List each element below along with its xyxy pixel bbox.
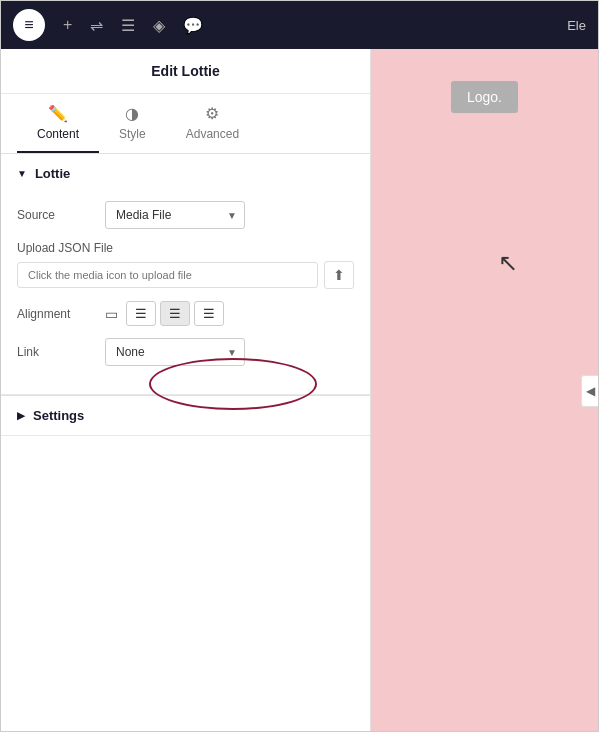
source-select[interactable]: Media File External URL [105, 201, 245, 229]
pages-icon[interactable]: ☰ [121, 16, 135, 35]
lottie-section-header[interactable]: ▼ Lottie [1, 154, 370, 193]
source-row: Source Media File External URL ▼ [17, 201, 354, 229]
collapse-panel-button[interactable]: ◀ [581, 375, 599, 407]
settings-section-title: Settings [33, 408, 84, 423]
elementor-logo[interactable]: ≡ [13, 9, 45, 41]
style-tab-label: Style [119, 127, 146, 141]
link-row: Link None URL File ▼ [17, 338, 354, 366]
collapse-icon: ◀ [586, 384, 595, 398]
tab-style[interactable]: ◑ Style [99, 94, 166, 153]
customize-icon[interactable]: ⇌ [90, 16, 103, 35]
alignment-label: Alignment [17, 307, 97, 321]
settings-section: ▶ Settings [1, 395, 370, 436]
alignment-controls: ☰ ☰ ☰ [126, 301, 224, 326]
panel-content: ▼ Lottie Source Media File External URL [1, 154, 370, 732]
lottie-section-body: Source Media File External URL ▼ [1, 193, 370, 394]
content-tab-label: Content [37, 127, 79, 141]
panel-title: Edit Lottie [1, 49, 370, 94]
top-bar-right-text: Ele [567, 18, 586, 33]
style-tab-icon: ◑ [125, 104, 139, 123]
layers-icon[interactable]: ◈ [153, 16, 165, 35]
link-select-wrapper: None URL File ▼ [105, 338, 245, 366]
upload-json-label: Upload JSON File [17, 241, 354, 255]
top-bar: ≡ + ⇌ ☰ ◈ 💬 Ele [1, 1, 598, 49]
settings-arrow-icon: ▶ [17, 410, 25, 421]
lottie-section: ▼ Lottie Source Media File External URL [1, 154, 370, 395]
upload-json-input[interactable] [17, 262, 318, 288]
comments-icon[interactable]: 💬 [183, 16, 203, 35]
tab-advanced[interactable]: ⚙ Advanced [166, 94, 259, 153]
right-panel: Logo. ↖ ◀ [371, 49, 598, 732]
settings-section-header[interactable]: ▶ Settings [1, 396, 370, 435]
content-tab-icon: ✏️ [48, 104, 68, 123]
advanced-tab-label: Advanced [186, 127, 239, 141]
upload-media-button[interactable]: ⬆ [324, 261, 354, 289]
align-left-button[interactable]: ☰ [126, 301, 156, 326]
source-label: Source [17, 208, 97, 222]
align-right-button[interactable]: ☰ [194, 301, 224, 326]
add-icon[interactable]: + [63, 16, 72, 34]
link-label: Link [17, 345, 97, 359]
mouse-cursor-icon: ↖ [498, 249, 518, 277]
align-center-button[interactable]: ☰ [160, 301, 190, 326]
logo-box: Logo. [451, 81, 518, 113]
alignment-row: Alignment ▭ ☰ ☰ ☰ [17, 301, 354, 326]
lottie-section-title: Lottie [35, 166, 70, 181]
link-control: None URL File ▼ [105, 338, 354, 366]
upload-row: ⬆ [17, 261, 354, 289]
link-select[interactable]: None URL File [105, 338, 245, 366]
left-panel: Edit Lottie ✏️ Content ◑ Style ⚙ Advance… [1, 49, 371, 732]
monitor-icon: ▭ [105, 306, 118, 322]
main-layout: Edit Lottie ✏️ Content ◑ Style ⚙ Advance… [1, 49, 598, 732]
tab-content[interactable]: ✏️ Content [17, 94, 99, 153]
logo-text: Logo. [467, 89, 502, 105]
lottie-arrow-icon: ▼ [17, 168, 27, 179]
panel-tabs: ✏️ Content ◑ Style ⚙ Advanced [1, 94, 370, 154]
source-control: Media File External URL ▼ [105, 201, 354, 229]
source-select-wrapper: Media File External URL ▼ [105, 201, 245, 229]
advanced-tab-icon: ⚙ [205, 104, 219, 123]
